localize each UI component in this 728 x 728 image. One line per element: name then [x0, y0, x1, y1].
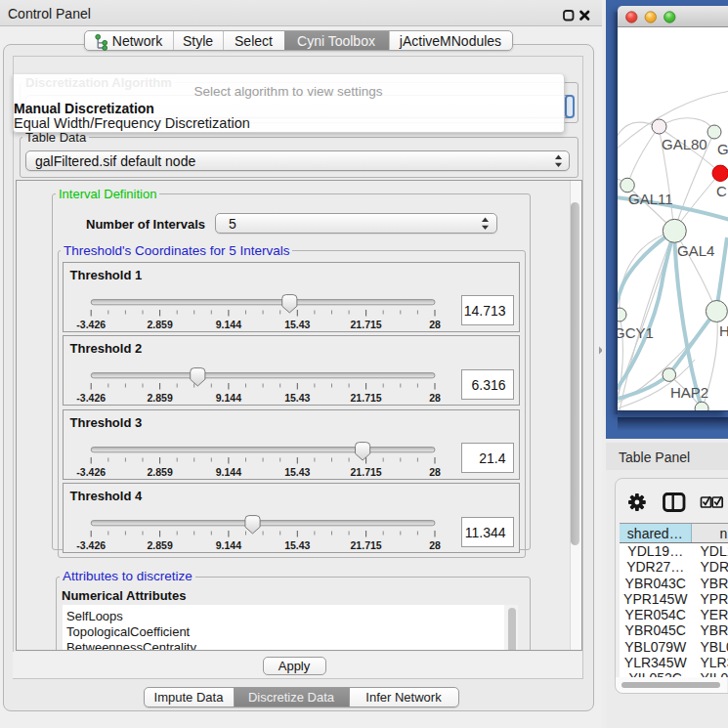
svg-text:H: H — [719, 321, 728, 338]
svg-text:15.43: 15.43 — [284, 539, 310, 551]
svg-text:15.43: 15.43 — [284, 465, 310, 477]
svg-text:21.715: 21.715 — [350, 318, 381, 329]
svg-text:GAL11: GAL11 — [628, 190, 673, 206]
svg-text:15.43: 15.43 — [284, 318, 310, 329]
svg-text:GA: GA — [717, 141, 728, 157]
svg-text:9.144: 9.144 — [215, 318, 240, 329]
svg-text:15.43: 15.43 — [284, 392, 310, 404]
svg-text:2.859: 2.859 — [147, 318, 172, 329]
svg-text:2.859: 2.859 — [147, 465, 172, 477]
svg-text:C: C — [716, 183, 727, 199]
svg-text:GAL4: GAL4 — [677, 241, 714, 258]
svg-text:28: 28 — [429, 465, 441, 477]
svg-text:9.144: 9.144 — [215, 392, 240, 404]
svg-text:-3.426: -3.426 — [76, 465, 106, 477]
svg-text:9.144: 9.144 — [215, 465, 240, 477]
svg-text:-3.426: -3.426 — [76, 318, 106, 329]
svg-text:GAL80: GAL80 — [662, 135, 707, 151]
svg-text:-3.426: -3.426 — [76, 392, 106, 404]
svg-text:-3.426: -3.426 — [76, 539, 106, 551]
svg-text:28: 28 — [429, 539, 441, 551]
svg-text:9.144: 9.144 — [215, 539, 240, 551]
svg-text:2.859: 2.859 — [147, 539, 172, 551]
svg-text:21.715: 21.715 — [350, 465, 381, 477]
svg-text:GCY1: GCY1 — [618, 323, 654, 340]
svg-text:28: 28 — [429, 392, 441, 404]
svg-text:28: 28 — [429, 318, 441, 329]
svg-text:21.715: 21.715 — [350, 539, 381, 551]
svg-text:21.715: 21.715 — [350, 392, 381, 404]
svg-text:2.859: 2.859 — [147, 392, 172, 404]
svg-text:HAP2: HAP2 — [670, 383, 708, 400]
